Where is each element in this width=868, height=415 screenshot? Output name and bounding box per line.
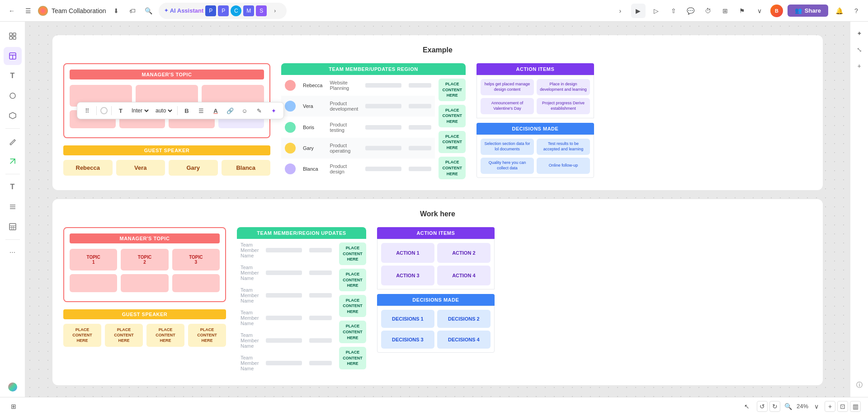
flag-icon[interactable]: ⚑ [736, 5, 749, 17]
panel-button[interactable]: ▥ [850, 401, 861, 412]
help-icon[interactable]: ? [850, 5, 863, 17]
floating-toolbar[interactable]: ⠿ T Inter auto [77, 102, 284, 119]
tag-button[interactable]: 🏷 [126, 5, 139, 17]
download-button[interactable]: ⬇ [110, 5, 123, 17]
undo-button[interactable]: ↺ [757, 401, 768, 412]
toolbar-color-circle[interactable] [100, 107, 108, 114]
guest-name-rebecca[interactable]: Rebecca [63, 160, 113, 176]
back-button[interactable]: ← [5, 5, 18, 17]
share2-icon[interactable]: ⇧ [667, 5, 680, 17]
action-card-3[interactable]: Announcement of Valentine's Day [481, 98, 534, 114]
zoom-dropdown-icon[interactable]: ∨ [810, 400, 823, 413]
action-card-2-2[interactable]: ACTION 2 [437, 243, 491, 263]
decision-card-2-4[interactable]: DECISIONS 4 [437, 331, 491, 349]
decision-card-2-3[interactable]: DECISIONS 3 [381, 331, 434, 349]
sidebar-icon-board[interactable] [4, 47, 22, 65]
menu-button[interactable]: ☰ [22, 5, 34, 17]
place-content-box-2-2[interactable]: PLACECONTENTHERE [339, 269, 366, 291]
guest-placeholder-2[interactable]: PLACECONTENTHERE [105, 324, 143, 347]
ai-label[interactable]: AI Assistant [170, 7, 204, 14]
toolbar-bold[interactable]: B [181, 105, 192, 116]
sidebar-icon-text2[interactable]: T [4, 178, 22, 196]
tool-chip-p2[interactable]: P [218, 5, 229, 16]
sidebar-icon-text[interactable]: T [4, 67, 22, 85]
tool-chip-s[interactable]: S [256, 5, 267, 16]
map-button[interactable]: ⊞ [7, 400, 20, 413]
decision-card-1[interactable]: Selection section data for lol documents [481, 139, 534, 155]
decision-card-2-1[interactable]: DECISIONS 1 [381, 310, 434, 328]
decision-card-3[interactable]: Quality here you can collect data [481, 158, 534, 174]
decision-card-4[interactable]: Online follow-up [537, 158, 590, 174]
canvas-area[interactable]: Example MANAGER'S TOPIC [25, 22, 850, 397]
toolbar-grip[interactable]: ⠿ [82, 105, 93, 116]
guest-placeholder-3[interactable]: PLACECONTENTHERE [146, 324, 184, 347]
search-button[interactable]: 🔍 [142, 5, 155, 17]
toolbar-size-select[interactable]: auto [154, 107, 174, 114]
action-card-2-4[interactable]: ACTION 4 [437, 266, 491, 285]
tool-chip-p[interactable]: P [205, 5, 216, 16]
present-icon[interactable]: ▶ [631, 4, 646, 18]
redo-button[interactable]: ↻ [769, 401, 780, 412]
notification-icon[interactable]: 🔔 [833, 5, 845, 17]
toolbar-ai[interactable]: ✦ [268, 105, 279, 116]
place-content-box-3[interactable]: PLACECONTENTHERE [439, 131, 466, 154]
right-sidebar-magic-icon[interactable]: ✦ [853, 27, 866, 40]
action-card-4[interactable]: Project progress Derive establishment [537, 98, 590, 114]
toolbar-text-icon[interactable]: T [115, 105, 126, 116]
topic2-card-small-1[interactable] [70, 274, 117, 292]
place-content-box-2-5[interactable]: PLACECONTENTHERE [339, 347, 366, 369]
decision-card-2[interactable]: Test results to be accepted and learning [537, 139, 590, 155]
toolbar-link[interactable]: 🔗 [225, 105, 236, 116]
sidebar-icon-shapes[interactable] [4, 87, 22, 105]
fit-button[interactable]: ⊡ [837, 401, 848, 412]
expand-button[interactable]: › [269, 5, 281, 17]
place-content-box-2-1[interactable]: PLACECONTENTHERE [339, 242, 366, 265]
topic2-card-small-3[interactable] [172, 274, 220, 292]
action-card-2[interactable]: Place in design development and learning [537, 79, 590, 95]
place-content-box-1[interactable]: PLACECONTENTHERE [439, 79, 466, 101]
topic2-card-2[interactable]: TOPIC2 [121, 249, 168, 270]
sidebar-icon-pen[interactable] [4, 132, 22, 150]
play-icon[interactable]: ▷ [650, 5, 663, 17]
place-content-box-2-3[interactable]: PLACECONTENTHERE [339, 295, 366, 317]
action-card-2-1[interactable]: ACTION 1 [381, 243, 434, 263]
action-card-1[interactable]: helps get placed manage design content [481, 79, 534, 95]
grid-icon[interactable]: ⊞ [719, 5, 731, 17]
sidebar-icon-list[interactable] [4, 198, 22, 216]
place-content-box-2[interactable]: PLACECONTENTHERE [439, 105, 466, 127]
topic2-card-small-2[interactable] [121, 274, 168, 292]
toolbar-align[interactable]: ☰ [196, 105, 207, 116]
action-card-2-3[interactable]: ACTION 3 [381, 266, 434, 285]
right-sidebar-add-icon[interactable]: + [853, 60, 866, 72]
toolbar-emoji[interactable]: ☺ [239, 105, 250, 116]
zoom-icon[interactable]: 🔍 [782, 400, 795, 413]
sidebar-icon-frames[interactable] [4, 27, 22, 45]
guest-placeholder-1[interactable]: PLACECONTENTHERE [63, 324, 101, 347]
tool-chip-c[interactable]: C [231, 5, 241, 16]
toolbar-comment[interactable]: ✎ [254, 105, 264, 116]
topic2-card-3[interactable]: TOPIC3 [172, 249, 220, 270]
timer-icon[interactable]: ⏱ [702, 5, 714, 17]
guest-name-vera[interactable]: Vera [116, 160, 165, 176]
right-sidebar-resize-icon[interactable]: ⤡ [853, 43, 866, 56]
share-button[interactable]: 👥 Share [788, 5, 828, 17]
toolbar-color-text[interactable]: A [210, 105, 221, 116]
zoom-in-button[interactable]: + [825, 401, 835, 412]
sidebar-icon-connector[interactable] [4, 152, 22, 170]
sidebar-icon-hexagon[interactable] [4, 107, 22, 125]
chevron-down-icon[interactable]: ∨ [753, 5, 766, 17]
sidebar-icon-table[interactable] [4, 218, 22, 236]
toolbar-font-select[interactable]: Inter [130, 107, 150, 114]
avatar[interactable]: B [770, 5, 783, 17]
guest-name-gary[interactable]: Gary [169, 160, 218, 176]
tool-chip-m[interactable]: M [243, 5, 254, 16]
right-sidebar-info-icon[interactable]: ⓘ [853, 379, 866, 392]
cursor-icon[interactable]: ↖ [741, 400, 753, 413]
place-content-box-4[interactable]: PLACECONTENTHERE [439, 157, 466, 179]
chevron-right-icon[interactable]: › [614, 5, 627, 17]
guest-name-blanca[interactable]: Blanca [222, 160, 271, 176]
color-palette-icon[interactable] [8, 382, 17, 392]
guest-placeholder-4[interactable]: PLACECONTENTHERE [188, 324, 226, 347]
chat-icon[interactable]: 💬 [684, 5, 697, 17]
decision-card-2-2[interactable]: DECISIONS 2 [437, 310, 491, 328]
